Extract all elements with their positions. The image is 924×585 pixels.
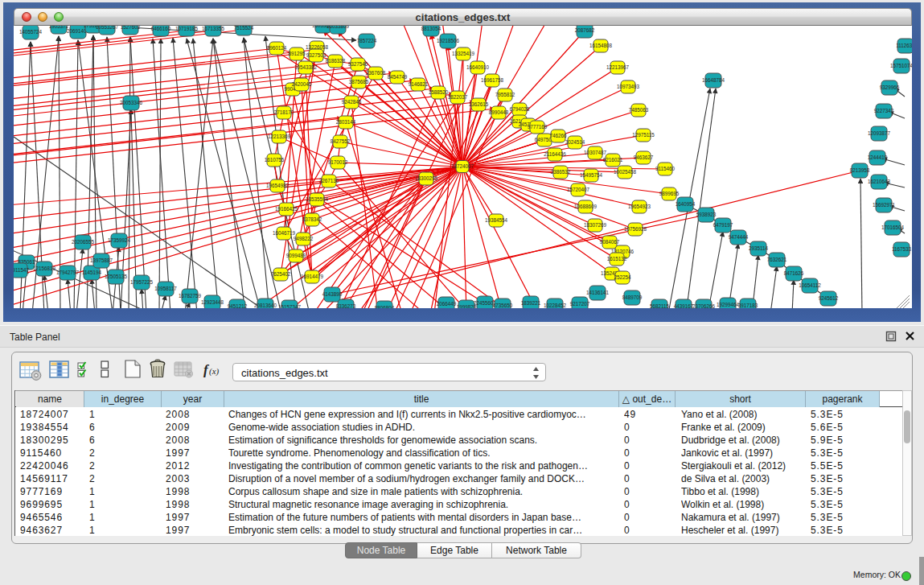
svg-text:8471626: 8471626 (784, 270, 804, 276)
svg-text:12975115: 12975115 (632, 132, 655, 138)
svg-text:5682115: 5682115 (650, 303, 670, 308)
svg-text:2803144: 2803144 (336, 119, 356, 125)
svg-text:17016504: 17016504 (881, 225, 905, 230)
svg-text:1588520: 1588520 (429, 89, 449, 95)
svg-text:16713355: 16713355 (202, 26, 225, 31)
svg-text:19218506: 19218506 (437, 38, 460, 43)
svg-text:18300295: 18300295 (415, 175, 438, 181)
svg-text:7632621: 7632621 (767, 257, 787, 262)
svg-text:9899695: 9899695 (659, 191, 680, 196)
svg-text:14136141: 14136141 (586, 290, 610, 295)
svg-text:5938923: 5938923 (696, 212, 717, 217)
svg-text:9463627: 9463627 (634, 154, 654, 160)
svg-text:16782759: 16782759 (179, 293, 202, 299)
svg-text:16210643: 16210643 (868, 179, 891, 184)
svg-text:3024514: 3024514 (565, 139, 585, 145)
svg-text:21164436: 21164436 (544, 151, 566, 157)
svg-text:10688609: 10688609 (574, 204, 598, 209)
svg-text:4735650: 4735650 (493, 303, 513, 308)
svg-text:18724007: 18724007 (451, 163, 474, 169)
svg-text:20053346: 20053346 (120, 100, 143, 105)
svg-text:17957225: 17957225 (130, 279, 154, 285)
svg-text:252254: 252254 (614, 274, 631, 280)
svg-text:9217207: 9217207 (570, 301, 590, 307)
svg-text:7625402: 7625402 (271, 271, 291, 277)
svg-text:16961758: 16961758 (481, 77, 504, 83)
svg-text:746266: 746266 (549, 133, 567, 138)
svg-text:1615132: 1615132 (607, 256, 627, 262)
svg-text:10553267: 10553267 (96, 26, 119, 30)
svg-text:9474444: 9474444 (729, 234, 749, 240)
svg-text:18307269: 18307269 (584, 222, 607, 228)
svg-text:10958117: 10958117 (154, 286, 177, 291)
svg-text:14055724: 14055724 (19, 29, 43, 35)
svg-text:7955812: 7955812 (495, 92, 515, 97)
svg-text:16046719: 16046719 (273, 230, 296, 236)
svg-text:8213958: 8213958 (850, 167, 870, 173)
svg-text:1167533: 1167533 (892, 246, 912, 252)
svg-text:9099489: 9099489 (286, 253, 306, 258)
svg-text:10543382: 10543382 (294, 64, 318, 70)
svg-text:1527602: 1527602 (121, 26, 141, 30)
svg-text:10228452: 10228452 (544, 303, 567, 308)
svg-text:9327503: 9327503 (306, 52, 326, 58)
svg-text:8806804: 8806804 (375, 305, 395, 308)
svg-text:2420046: 2420046 (292, 81, 312, 87)
svg-text:3917183: 3917183 (738, 303, 758, 308)
svg-text:1839221: 1839221 (521, 300, 541, 306)
svg-text:9777169: 9777169 (528, 124, 548, 130)
svg-text:15720407: 15720407 (567, 187, 590, 192)
svg-text:8378342: 8378342 (302, 216, 322, 222)
svg-text:9451212: 9451212 (228, 303, 248, 308)
svg-text:15157347: 15157347 (278, 304, 302, 308)
svg-text:8336273: 8336273 (336, 303, 356, 308)
svg-text:10719185: 10719185 (175, 26, 199, 31)
svg-text:2367608: 2367608 (366, 70, 386, 76)
svg-text:19299464: 19299464 (717, 302, 740, 307)
svg-text:19654982: 19654982 (266, 183, 290, 188)
svg-text:9498222: 9498222 (294, 236, 314, 241)
svg-text:3911547: 3911547 (14, 267, 30, 273)
svg-text:(x): (x) (209, 366, 220, 377)
svg-text:19384554: 19384554 (485, 217, 508, 223)
svg-text:3267130: 3267130 (319, 178, 339, 183)
svg-text:9245612: 9245612 (819, 295, 839, 301)
svg-text:16033809: 16033809 (326, 26, 350, 29)
svg-text:19166425: 19166425 (275, 206, 298, 212)
svg-text:9115460: 9115460 (655, 166, 676, 171)
svg-text:2066449: 2066449 (437, 301, 457, 307)
svg-text:15692971: 15692971 (873, 202, 896, 208)
svg-text:1610755: 1610755 (265, 157, 285, 163)
svg-text:15495754: 15495754 (580, 172, 603, 178)
svg-text:16648784: 16648784 (702, 77, 725, 83)
svg-text:10756928: 10756928 (624, 226, 647, 232)
svg-text:20206555: 20206555 (72, 239, 95, 245)
svg-text:19654923: 19654923 (628, 204, 651, 209)
svg-text:23706266: 23706266 (692, 303, 716, 308)
svg-text:20813640: 20813640 (254, 303, 277, 308)
svg-text:12213967: 12213967 (606, 64, 630, 70)
svg-text:6466160: 6466160 (151, 26, 171, 31)
svg-text:9227342: 9227342 (874, 108, 894, 113)
svg-text:1362615: 1362615 (469, 101, 489, 107)
svg-text:2718170: 2718170 (274, 109, 294, 115)
svg-text:6216021: 6216021 (603, 157, 623, 163)
svg-text:8990448: 8990448 (489, 109, 509, 115)
svg-text:17359924: 17359924 (108, 237, 131, 243)
svg-text:1640954: 1640954 (676, 201, 696, 207)
svg-text:10654112: 10654112 (799, 282, 821, 288)
svg-text:8454749: 8454749 (388, 74, 408, 80)
svg-text:10973493: 10973493 (617, 84, 640, 89)
svg-text:9084067: 9084067 (600, 239, 620, 245)
svg-text:7515524: 7515524 (234, 26, 254, 31)
svg-text:8960124: 8960124 (267, 45, 287, 51)
svg-text:7485063: 7485063 (629, 107, 649, 113)
svg-text:8489709: 8489709 (622, 295, 643, 300)
svg-text:2935114: 2935114 (749, 245, 769, 251)
svg-text:4143890: 4143890 (322, 291, 343, 297)
svg-text:12505135: 12505135 (105, 274, 128, 279)
svg-text:13535594: 13535594 (306, 196, 329, 202)
svg-text:12923448: 12923448 (201, 299, 224, 305)
svg-text:2386532: 2386532 (551, 169, 571, 175)
svg-text:2087682: 2087682 (575, 27, 595, 33)
